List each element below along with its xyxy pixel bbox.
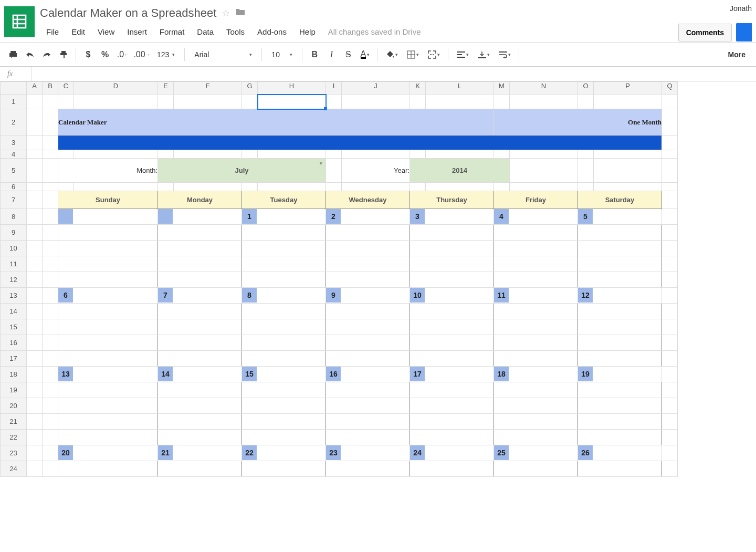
cell-A1[interactable]: [27, 95, 43, 109]
col-head-J[interactable]: J: [342, 82, 410, 95]
calendar-body-cell[interactable]: [58, 272, 158, 288]
calendar-date-12[interactable]: 12: [578, 288, 662, 304]
col-head-I[interactable]: I: [326, 82, 342, 95]
calendar-date-7[interactable]: 7: [158, 288, 242, 304]
cell-O1[interactable]: [578, 95, 594, 109]
redo-icon[interactable]: [39, 47, 55, 62]
cell-H1[interactable]: [258, 95, 326, 109]
calendar-body-cell[interactable]: [494, 256, 578, 272]
cell-D4[interactable]: [74, 150, 158, 159]
calendar-body-cell[interactable]: [494, 304, 578, 319]
cell-P6[interactable]: [594, 183, 662, 191]
calendar-body-cell[interactable]: [326, 225, 410, 241]
day-head-wednesday[interactable]: Wednesday: [326, 191, 410, 209]
cell-I1[interactable]: [326, 95, 342, 109]
calendar-body-cell[interactable]: [158, 382, 242, 398]
calendar-date-25[interactable]: 25: [494, 445, 578, 461]
row-head-11[interactable]: 11: [1, 256, 27, 272]
cell-D6[interactable]: [74, 183, 158, 191]
calendar-date-empty[interactable]: [58, 209, 158, 225]
cell-A6[interactable]: [27, 183, 43, 191]
col-head-G[interactable]: G: [242, 82, 258, 95]
calendar-body-cell[interactable]: [578, 351, 662, 367]
row-head-1[interactable]: 1: [1, 95, 27, 109]
row-head-18[interactable]: 18: [1, 367, 27, 382]
fill-color-icon[interactable]: ▾: [382, 47, 402, 62]
increase-decimal-icon[interactable]: .00→: [133, 47, 151, 62]
calendar-body-cell[interactable]: [326, 398, 410, 414]
calendar-body-cell[interactable]: [578, 225, 662, 241]
calendar-date-15[interactable]: 15: [242, 367, 326, 382]
select-all-corner[interactable]: [1, 82, 27, 95]
day-head-monday[interactable]: Monday: [158, 191, 242, 209]
cell-J1[interactable]: [342, 95, 410, 109]
calendar-date-17[interactable]: 17: [410, 367, 494, 382]
calendar-body-cell[interactable]: [494, 398, 578, 414]
calendar-body-cell[interactable]: [326, 382, 410, 398]
cell-M1[interactable]: [494, 95, 510, 109]
col-head-B[interactable]: B: [43, 82, 58, 95]
calendar-body-cell[interactable]: [410, 382, 494, 398]
calendar-body-cell[interactable]: [242, 382, 326, 398]
calendar-date-19[interactable]: 19: [578, 367, 662, 382]
calendar-body-cell[interactable]: [242, 461, 326, 477]
cell-N4[interactable]: [510, 150, 578, 159]
merge-cells-icon[interactable]: ▾: [424, 47, 444, 62]
cell-I6[interactable]: [326, 183, 342, 191]
calendar-date-1[interactable]: 1: [242, 209, 326, 225]
calendar-date-10[interactable]: 10: [410, 288, 494, 304]
row-head-17[interactable]: 17: [1, 351, 27, 367]
calendar-body-cell[interactable]: [158, 241, 242, 256]
calendar-body-cell[interactable]: [242, 241, 326, 256]
print-icon[interactable]: [5, 47, 21, 62]
cell-Q1[interactable]: [662, 95, 678, 109]
day-head-tuesday[interactable]: Tuesday: [242, 191, 326, 209]
calendar-body-cell[interactable]: [326, 461, 410, 477]
menu-view[interactable]: View: [91, 25, 121, 38]
calendar-body-cell[interactable]: [494, 241, 578, 256]
row-head-20[interactable]: 20: [1, 398, 27, 414]
row-head-7[interactable]: 7: [1, 191, 27, 209]
calendar-body-cell[interactable]: [158, 256, 242, 272]
calendar-date-3[interactable]: 3: [410, 209, 494, 225]
menu-addons[interactable]: Add-ons: [251, 25, 293, 38]
day-head-saturday[interactable]: Saturday: [578, 191, 662, 209]
col-head-D[interactable]: D: [74, 82, 158, 95]
calendar-body-cell[interactable]: [410, 256, 494, 272]
calendar-body-cell[interactable]: [410, 414, 494, 430]
row-head-23[interactable]: 23: [1, 445, 27, 461]
folder-icon[interactable]: [235, 8, 246, 19]
calendar-body-cell[interactable]: [58, 398, 158, 414]
calendar-body-cell[interactable]: [326, 430, 410, 445]
col-head-C[interactable]: C: [58, 82, 74, 95]
calendar-body-cell[interactable]: [242, 319, 326, 335]
title-banner-right[interactable]: One Month: [494, 109, 662, 136]
calendar-body-cell[interactable]: [326, 241, 410, 256]
calendar-body-cell[interactable]: [58, 319, 158, 335]
cell-C6[interactable]: [58, 183, 74, 191]
calendar-body-cell[interactable]: [494, 351, 578, 367]
col-head-Q[interactable]: Q: [662, 82, 678, 95]
row-head-6[interactable]: 6: [1, 183, 27, 191]
cell-Q4[interactable]: [662, 150, 678, 159]
year-input[interactable]: 2014: [410, 159, 510, 183]
menu-tools[interactable]: Tools: [220, 25, 251, 38]
currency-icon[interactable]: $: [80, 47, 96, 62]
calendar-date-13[interactable]: 13: [58, 367, 158, 382]
calendar-body-cell[interactable]: [158, 351, 242, 367]
calendar-body-cell[interactable]: [58, 225, 158, 241]
bold-icon[interactable]: B: [307, 47, 322, 62]
calendar-body-cell[interactable]: [242, 256, 326, 272]
calendar-body-cell[interactable]: [58, 382, 158, 398]
calendar-body-cell[interactable]: [58, 414, 158, 430]
calendar-date-24[interactable]: 24: [410, 445, 494, 461]
calendar-body-cell[interactable]: [58, 461, 158, 477]
calendar-body-cell[interactable]: [158, 225, 242, 241]
calendar-body-cell[interactable]: [158, 430, 242, 445]
calendar-body-cell[interactable]: [58, 335, 158, 351]
paint-format-icon[interactable]: [56, 47, 71, 62]
calendar-body-cell[interactable]: [242, 351, 326, 367]
calendar-date-22[interactable]: 22: [242, 445, 326, 461]
calendar-body-cell[interactable]: [578, 319, 662, 335]
cell-I4[interactable]: [326, 150, 342, 159]
